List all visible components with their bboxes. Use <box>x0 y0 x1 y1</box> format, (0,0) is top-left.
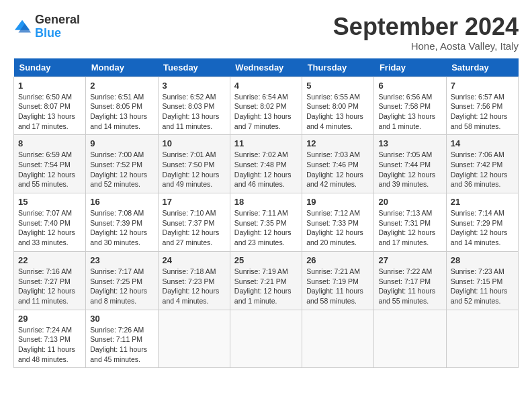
title-block: September 2024 Hone, Aosta Valley, Italy <box>333 13 519 52</box>
day-info: Sunrise: 7:22 AMSunset: 7:17 PMDaylight:… <box>378 267 435 305</box>
day-number: 13 <box>378 138 441 148</box>
col-wednesday: Wednesday <box>230 58 302 77</box>
day-number: 19 <box>306 197 369 207</box>
col-thursday: Thursday <box>302 58 374 77</box>
calendar-cell: 17Sunrise: 7:10 AMSunset: 7:37 PMDayligh… <box>158 193 230 252</box>
day-number: 15 <box>18 197 81 207</box>
day-number: 10 <box>163 138 226 148</box>
logo: General Blue <box>13 13 80 40</box>
col-saturday: Saturday <box>446 58 518 77</box>
day-info: Sunrise: 7:08 AMSunset: 7:39 PMDaylight:… <box>90 209 147 246</box>
day-info: Sunrise: 6:56 AMSunset: 7:58 PMDaylight:… <box>378 93 435 130</box>
calendar-week-2: 8Sunrise: 6:59 AMSunset: 7:54 PMDaylight… <box>14 135 519 193</box>
day-info: Sunrise: 7:18 AMSunset: 7:23 PMDaylight:… <box>163 267 220 305</box>
day-info: Sunrise: 7:24 AMSunset: 7:13 PMDaylight:… <box>18 326 75 363</box>
calendar-header-row: Sunday Monday Tuesday Wednesday Thursday… <box>14 58 519 77</box>
calendar-week-4: 22Sunrise: 7:16 AMSunset: 7:27 PMDayligh… <box>14 251 519 310</box>
calendar-cell: 28Sunrise: 7:23 AMSunset: 7:15 PMDayligh… <box>446 251 518 310</box>
calendar-cell: 26Sunrise: 7:21 AMSunset: 7:19 PMDayligh… <box>302 251 374 310</box>
col-tuesday: Tuesday <box>158 58 230 77</box>
page-header: General Blue September 2024 Hone, Aosta … <box>13 13 519 52</box>
calendar-cell: 18Sunrise: 7:11 AMSunset: 7:35 PMDayligh… <box>230 193 302 252</box>
logo-icon <box>13 17 32 36</box>
calendar-cell: 29Sunrise: 7:24 AMSunset: 7:13 PMDayligh… <box>14 310 86 368</box>
day-number: 20 <box>378 197 441 207</box>
day-info: Sunrise: 7:13 AMSunset: 7:31 PMDaylight:… <box>378 209 435 246</box>
day-number: 21 <box>451 197 514 207</box>
day-number: 17 <box>163 197 226 207</box>
day-number: 9 <box>90 138 153 148</box>
day-info: Sunrise: 6:59 AMSunset: 7:54 PMDaylight:… <box>18 150 75 188</box>
calendar-cell: 21Sunrise: 7:14 AMSunset: 7:29 PMDayligh… <box>446 193 518 252</box>
day-number: 18 <box>234 197 298 207</box>
day-number: 7 <box>451 81 514 91</box>
calendar-cell: 25Sunrise: 7:19 AMSunset: 7:21 PMDayligh… <box>230 251 302 310</box>
calendar-cell: 8Sunrise: 6:59 AMSunset: 7:54 PMDaylight… <box>14 135 86 193</box>
calendar-cell: 19Sunrise: 7:12 AMSunset: 7:33 PMDayligh… <box>302 193 374 252</box>
day-number: 1 <box>18 81 81 91</box>
calendar-cell: 7Sunrise: 6:57 AMSunset: 7:56 PMDaylight… <box>446 77 518 135</box>
day-info: Sunrise: 7:10 AMSunset: 7:37 PMDaylight:… <box>163 209 220 246</box>
calendar-week-1: 1Sunrise: 6:50 AMSunset: 8:07 PMDaylight… <box>14 77 519 135</box>
calendar-cell <box>374 310 446 368</box>
calendar-cell: 24Sunrise: 7:18 AMSunset: 7:23 PMDayligh… <box>158 251 230 310</box>
calendar-cell: 12Sunrise: 7:03 AMSunset: 7:46 PMDayligh… <box>302 135 374 193</box>
day-number: 5 <box>306 81 369 91</box>
day-number: 29 <box>18 314 81 324</box>
calendar-cell: 3Sunrise: 6:52 AMSunset: 8:03 PMDaylight… <box>158 77 230 135</box>
calendar-cell: 15Sunrise: 7:07 AMSunset: 7:40 PMDayligh… <box>14 193 86 252</box>
day-number: 25 <box>234 255 298 265</box>
calendar-cell: 23Sunrise: 7:17 AMSunset: 7:25 PMDayligh… <box>86 251 158 310</box>
calendar-week-3: 15Sunrise: 7:07 AMSunset: 7:40 PMDayligh… <box>14 193 519 252</box>
calendar-cell: 2Sunrise: 6:51 AMSunset: 8:05 PMDaylight… <box>86 77 158 135</box>
logo-blue-text: Blue <box>35 27 80 40</box>
day-info: Sunrise: 7:21 AMSunset: 7:19 PMDaylight:… <box>306 267 363 305</box>
calendar-cell: 14Sunrise: 7:06 AMSunset: 7:42 PMDayligh… <box>446 135 518 193</box>
calendar-cell: 5Sunrise: 6:55 AMSunset: 8:00 PMDaylight… <box>302 77 374 135</box>
day-number: 14 <box>451 138 514 148</box>
logo-general-text: General <box>35 13 80 27</box>
day-info: Sunrise: 7:19 AMSunset: 7:21 PMDaylight:… <box>234 267 292 305</box>
day-info: Sunrise: 7:02 AMSunset: 7:48 PMDaylight:… <box>234 150 292 188</box>
day-info: Sunrise: 7:11 AMSunset: 7:35 PMDaylight:… <box>234 209 292 246</box>
day-number: 26 <box>306 255 369 265</box>
day-info: Sunrise: 6:51 AMSunset: 8:05 PMDaylight:… <box>90 93 147 130</box>
logo-text: General Blue <box>35 13 80 40</box>
day-number: 6 <box>378 81 441 91</box>
day-number: 22 <box>18 255 81 265</box>
day-number: 3 <box>163 81 226 91</box>
calendar-week-5: 29Sunrise: 7:24 AMSunset: 7:13 PMDayligh… <box>14 310 519 368</box>
day-info: Sunrise: 7:12 AMSunset: 7:33 PMDaylight:… <box>306 209 363 246</box>
month-title: September 2024 <box>333 13 519 40</box>
day-info: Sunrise: 7:01 AMSunset: 7:50 PMDaylight:… <box>163 150 220 188</box>
calendar-cell <box>230 310 302 368</box>
day-info: Sunrise: 7:16 AMSunset: 7:27 PMDaylight:… <box>18 267 75 305</box>
calendar-cell: 27Sunrise: 7:22 AMSunset: 7:17 PMDayligh… <box>374 251 446 310</box>
day-info: Sunrise: 7:03 AMSunset: 7:46 PMDaylight:… <box>306 150 363 188</box>
day-info: Sunrise: 6:55 AMSunset: 8:00 PMDaylight:… <box>306 93 363 130</box>
day-info: Sunrise: 6:52 AMSunset: 8:03 PMDaylight:… <box>163 93 220 130</box>
day-info: Sunrise: 7:26 AMSunset: 7:11 PMDaylight:… <box>90 326 147 363</box>
calendar-cell: 11Sunrise: 7:02 AMSunset: 7:48 PMDayligh… <box>230 135 302 193</box>
day-number: 4 <box>234 81 298 91</box>
calendar-cell <box>158 310 230 368</box>
col-monday: Monday <box>86 58 158 77</box>
calendar-cell: 20Sunrise: 7:13 AMSunset: 7:31 PMDayligh… <box>374 193 446 252</box>
day-number: 23 <box>90 255 153 265</box>
day-number: 12 <box>306 138 369 148</box>
day-info: Sunrise: 7:14 AMSunset: 7:29 PMDaylight:… <box>451 209 508 246</box>
calendar-cell: 4Sunrise: 6:54 AMSunset: 8:02 PMDaylight… <box>230 77 302 135</box>
day-number: 8 <box>18 138 81 148</box>
day-info: Sunrise: 7:23 AMSunset: 7:15 PMDaylight:… <box>451 267 508 305</box>
calendar-cell: 13Sunrise: 7:05 AMSunset: 7:44 PMDayligh… <box>374 135 446 193</box>
calendar-cell: 6Sunrise: 6:56 AMSunset: 7:58 PMDaylight… <box>374 77 446 135</box>
calendar-cell: 10Sunrise: 7:01 AMSunset: 7:50 PMDayligh… <box>158 135 230 193</box>
col-sunday: Sunday <box>14 58 86 77</box>
calendar-cell <box>302 310 374 368</box>
calendar-cell <box>446 310 518 368</box>
day-number: 16 <box>90 197 153 207</box>
day-info: Sunrise: 6:57 AMSunset: 7:56 PMDaylight:… <box>451 93 508 130</box>
calendar-table: Sunday Monday Tuesday Wednesday Thursday… <box>13 58 519 369</box>
day-info: Sunrise: 6:54 AMSunset: 8:02 PMDaylight:… <box>234 93 292 130</box>
day-info: Sunrise: 7:07 AMSunset: 7:40 PMDaylight:… <box>18 209 75 246</box>
